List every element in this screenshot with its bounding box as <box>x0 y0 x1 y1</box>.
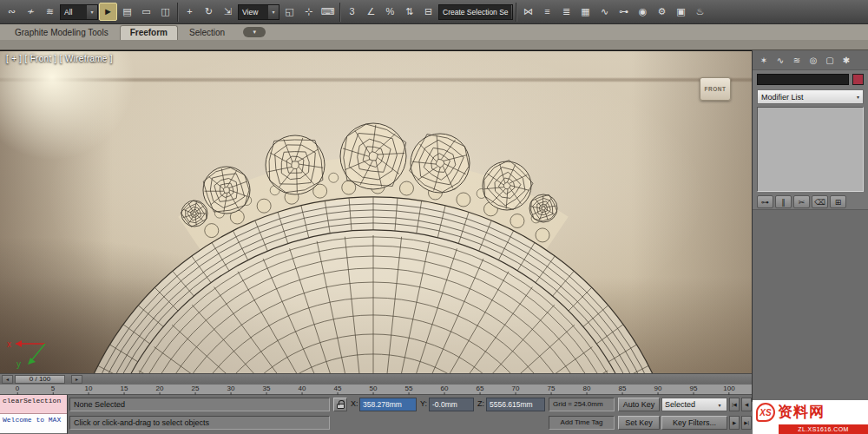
tick-label: 20 <box>156 385 164 392</box>
y-coordinate-field[interactable]: -0.0mm <box>429 398 474 411</box>
graphite-ribbon-toggle-icon[interactable]: ▦ <box>576 3 595 21</box>
tick-label: 10 <box>85 385 93 392</box>
tick-label: 100 <box>723 385 734 392</box>
render-production-icon[interactable]: ♨ <box>691 3 709 21</box>
modifier-stack-buttons: ⊶∥✂⌫⊞ <box>753 194 868 210</box>
ribbon-tab-graphite-modeling-tools[interactable]: Graphite Modeling Tools <box>5 26 118 40</box>
time-slider-track[interactable]: ◂ 0 / 100 ▸ <box>0 373 752 384</box>
ribbon-tab-freeform[interactable]: Freeform <box>120 25 178 40</box>
command-panel: ✶∿≋◎▢✱ Modifier List ▾ ⊶∥✂⌫⊞ <box>752 50 868 401</box>
tick-label: 25 <box>192 385 200 392</box>
display-tab-icon[interactable]: ▢ <box>823 54 837 67</box>
tick-label: 15 <box>121 385 128 392</box>
tick-label: 70 <box>512 385 520 392</box>
time-ruler-tick: 65 <box>477 385 484 395</box>
listener-output-line[interactable]: Welcome to MAX <box>0 414 67 433</box>
next-frame-arrow[interactable]: ▸ <box>71 375 82 384</box>
tick-label: 50 <box>370 385 378 392</box>
viewcube[interactable]: FRONT <box>700 77 731 101</box>
remove-modifier-icon[interactable]: ⌫ <box>812 195 828 208</box>
play-button[interactable]: ▶ <box>729 416 740 430</box>
ribbon-strip <box>0 40 868 50</box>
ribbon-minimize-toggle[interactable]: ▾ <box>243 27 266 37</box>
previous-frame-arrow[interactable]: ◂ <box>2 375 13 384</box>
snaps-toggle-icon[interactable]: 3 <box>343 3 361 21</box>
wirecolor-swatch[interactable] <box>852 74 864 85</box>
pin-stack-icon[interactable]: ⊶ <box>757 195 773 208</box>
mirror-icon[interactable]: ⋈ <box>519 3 537 21</box>
hierarchy-tab-icon[interactable]: ≋ <box>790 54 804 67</box>
layer-manager-icon[interactable]: ≣ <box>557 3 575 21</box>
grid-size-readout: Grid = 254.0mm <box>549 398 615 411</box>
material-editor-icon[interactable]: ◉ <box>634 3 652 21</box>
selection-filter-dropdown[interactable]: All▾ <box>60 4 98 20</box>
angle-snap-icon[interactable]: ∠ <box>362 3 380 21</box>
x-coordinate-field[interactable]: 358.278mm <box>359 398 417 411</box>
configure-modifier-sets-icon[interactable]: ⊞ <box>830 195 846 208</box>
rendered-frame-icon[interactable]: ▣ <box>672 3 690 21</box>
time-ruler-tick: 95 <box>690 385 698 395</box>
time-ruler-tick: 5 <box>51 385 55 395</box>
motion-tab-icon[interactable]: ◎ <box>806 54 820 67</box>
tick-label: 65 <box>477 385 484 392</box>
schematic-view-icon[interactable]: ⊶ <box>615 3 633 21</box>
previous-frame-button[interactable]: ◀ <box>741 398 752 411</box>
align-icon[interactable]: ≡ <box>538 3 556 21</box>
object-name-field[interactable] <box>757 74 849 85</box>
bind-to-space-warp-icon[interactable]: ≋ <box>41 3 59 21</box>
toolbar-separator <box>177 3 178 22</box>
time-slider-handle[interactable]: 0 / 100 <box>15 375 65 384</box>
select-and-scale-icon[interactable]: ⇲ <box>219 3 237 21</box>
tick-label: 95 <box>690 385 698 392</box>
select-and-move-icon[interactable]: + <box>181 3 199 21</box>
percent-snap-icon[interactable]: % <box>381 3 399 21</box>
modifier-list-dropdown[interactable]: Modifier List ▾ <box>757 89 864 104</box>
select-and-link-icon[interactable]: ∾ <box>3 3 21 21</box>
reference-coordinate-dropdown[interactable]: View▾ <box>238 4 279 20</box>
set-key-button[interactable]: Set Key <box>618 416 660 430</box>
rectangular-selection-region-icon[interactable]: ▭ <box>137 3 155 21</box>
key-mode-dropdown[interactable]: Selected ▾ <box>661 398 727 411</box>
select-and-manipulate-icon[interactable]: ⊹ <box>299 3 318 21</box>
spinner-snap-icon[interactable]: ⇅ <box>400 3 418 21</box>
unlink-selection-icon[interactable]: ≁ <box>22 3 40 21</box>
make-unique-icon[interactable]: ✂ <box>793 195 810 208</box>
modify-tab-icon[interactable]: ∿ <box>773 54 787 67</box>
maxscript-mini-listener[interactable]: clearSelection Welcome to MAX <box>0 395 68 434</box>
watermark-url: ZL.XS1616.COM <box>779 424 868 434</box>
show-end-result-icon[interactable]: ∥ <box>775 195 792 208</box>
tick-label: 90 <box>654 385 662 392</box>
reference-coordinate-dropdown-value: View <box>242 8 258 16</box>
viewport[interactable]: [ + ] [ Front ] [ Wireframe ] FRONT x y <box>0 50 752 373</box>
edit-named-selection-sets-icon[interactable]: ⊟ <box>419 3 437 21</box>
use-pivot-center-icon[interactable]: ◱ <box>280 3 299 21</box>
time-ruler-tick: 90 <box>654 385 662 395</box>
auto-key-button[interactable]: Auto Key <box>618 398 660 411</box>
select-by-name-icon[interactable]: ▤ <box>118 3 136 21</box>
curve-editor-icon[interactable]: ∿ <box>595 3 614 21</box>
render-setup-icon[interactable]: ⚙ <box>653 3 671 21</box>
select-object-icon[interactable]: ► <box>99 3 117 21</box>
window-crossing-toggle-icon[interactable]: ◫ <box>156 3 174 21</box>
create-tab-icon[interactable]: ✶ <box>757 54 771 67</box>
status-bar: clearSelection Welcome to MAX None Selec… <box>0 395 752 434</box>
main-toolbar: ∾≁≋All▾►▤▭◫+↻⇲View▾◱⊹⌨3∠%⇅⊟Create Select… <box>0 0 868 24</box>
viewport-label[interactable]: [ + ] [ Front ] [ Wireframe ] <box>6 54 113 63</box>
time-ruler-tick: 30 <box>227 385 235 395</box>
key-filters-button[interactable]: Key Filters... <box>661 416 727 430</box>
macro-recorder-line[interactable]: clearSelection <box>0 395 67 414</box>
prompt-line: Click or click-and-drag to select object… <box>69 416 330 430</box>
utilities-tab-icon[interactable]: ✱ <box>839 54 853 67</box>
z-coordinate-field[interactable]: 5556.615mm <box>486 398 545 411</box>
modifier-stack-list[interactable] <box>757 107 864 192</box>
add-time-tag[interactable]: Add Time Tag <box>549 416 615 430</box>
selection-lock-toggle[interactable] <box>333 398 347 411</box>
named-selection-set-dropdown[interactable]: Create Selection Se▾ <box>438 4 513 20</box>
goto-start-button[interactable]: |◀ <box>729 398 740 411</box>
goto-end-button[interactable]: ▶| <box>741 416 752 430</box>
select-and-rotate-icon[interactable]: ↻ <box>200 3 218 21</box>
rollout-area <box>753 209 868 401</box>
ribbon-tab-selection[interactable]: Selection <box>180 26 234 40</box>
time-ruler[interactable]: 0510152025303540455055606570758085909510… <box>0 384 752 395</box>
keyboard-override-icon[interactable]: ⌨ <box>319 3 337 21</box>
